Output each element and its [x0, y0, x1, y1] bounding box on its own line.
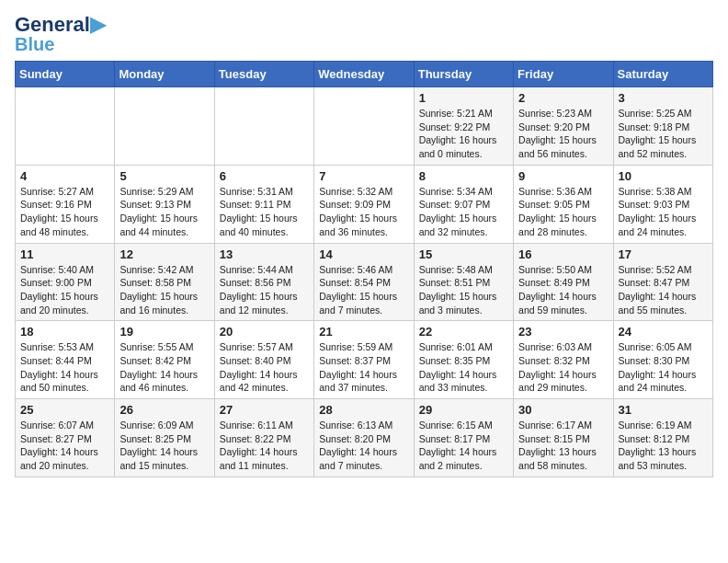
day-number: 29: [419, 403, 508, 417]
day-header-friday: Friday: [514, 62, 613, 87]
cell-content: Sunrise: 5:53 AM Sunset: 8:44 PM Dayligh…: [20, 340, 109, 395]
calendar-cell: 17Sunrise: 5:52 AM Sunset: 8:47 PM Dayli…: [613, 243, 712, 321]
cell-content: Sunrise: 5:46 AM Sunset: 8:54 PM Dayligh…: [319, 263, 408, 317]
day-number: 15: [419, 247, 508, 261]
day-header-tuesday: Tuesday: [214, 62, 313, 87]
calendar-cell: 15Sunrise: 5:48 AM Sunset: 8:51 PM Dayli…: [414, 243, 513, 321]
calendar-cell: 1Sunrise: 5:21 AM Sunset: 9:22 PM Daylig…: [414, 87, 513, 166]
calendar-cell: 20Sunrise: 5:57 AM Sunset: 8:40 PM Dayli…: [214, 321, 313, 399]
cell-content: Sunrise: 5:42 AM Sunset: 8:58 PM Dayligh…: [119, 263, 209, 317]
calendar-cell: [115, 87, 214, 166]
day-number: 7: [319, 169, 408, 183]
day-header-sunday: Sunday: [16, 62, 115, 87]
cell-content: Sunrise: 6:13 AM Sunset: 8:20 PM Dayligh…: [319, 419, 408, 473]
cell-content: Sunrise: 6:11 AM Sunset: 8:22 PM Dayligh…: [220, 419, 309, 473]
cell-content: Sunrise: 6:19 AM Sunset: 8:12 PM Dayligh…: [619, 419, 708, 473]
calendar-cell: 11Sunrise: 5:40 AM Sunset: 9:00 PM Dayli…: [16, 243, 115, 321]
cell-content: Sunrise: 5:52 AM Sunset: 8:47 PM Dayligh…: [619, 263, 708, 317]
week-row-5: 25Sunrise: 6:07 AM Sunset: 8:27 PM Dayli…: [16, 399, 713, 477]
day-number: 2: [518, 91, 608, 105]
calendar-cell: 23Sunrise: 6:03 AM Sunset: 8:32 PM Dayli…: [514, 321, 613, 399]
day-number: 3: [619, 91, 708, 105]
calendar-cell: 18Sunrise: 5:53 AM Sunset: 8:44 PM Dayli…: [16, 321, 115, 399]
cell-content: Sunrise: 5:32 AM Sunset: 9:09 PM Dayligh…: [319, 185, 408, 239]
calendar-cell: 16Sunrise: 5:50 AM Sunset: 8:49 PM Dayli…: [514, 243, 613, 321]
calendar-cell: 29Sunrise: 6:15 AM Sunset: 8:17 PM Dayli…: [414, 399, 513, 477]
cell-content: Sunrise: 5:36 AM Sunset: 9:05 PM Dayligh…: [518, 185, 608, 239]
calendar-cell: 6Sunrise: 5:31 AM Sunset: 9:11 PM Daylig…: [214, 165, 313, 243]
day-number: 25: [20, 403, 109, 417]
calendar-cell: 21Sunrise: 5:59 AM Sunset: 8:37 PM Dayli…: [314, 321, 414, 399]
week-row-4: 18Sunrise: 5:53 AM Sunset: 8:44 PM Dayli…: [16, 321, 713, 399]
day-number: 11: [20, 247, 109, 261]
calendar-cell: 25Sunrise: 6:07 AM Sunset: 8:27 PM Dayli…: [16, 399, 115, 477]
day-header-monday: Monday: [115, 62, 214, 87]
logo: General▶ Blue: [15, 15, 106, 53]
calendar-cell: 19Sunrise: 5:55 AM Sunset: 8:42 PM Dayli…: [115, 321, 214, 399]
calendar-cell: 3Sunrise: 5:25 AM Sunset: 9:18 PM Daylig…: [613, 87, 712, 166]
calendar-cell: 5Sunrise: 5:29 AM Sunset: 9:13 PM Daylig…: [115, 165, 214, 243]
day-number: 30: [518, 403, 608, 417]
cell-content: Sunrise: 6:07 AM Sunset: 8:27 PM Dayligh…: [20, 419, 109, 473]
calendar-cell: 7Sunrise: 5:32 AM Sunset: 9:09 PM Daylig…: [314, 165, 414, 243]
cell-content: Sunrise: 5:50 AM Sunset: 8:49 PM Dayligh…: [518, 263, 608, 317]
calendar-table: SundayMondayTuesdayWednesdayThursdayFrid…: [15, 61, 713, 477]
calendar-cell: 28Sunrise: 6:13 AM Sunset: 8:20 PM Dayli…: [314, 399, 414, 477]
day-number: 28: [319, 403, 408, 417]
cell-content: Sunrise: 5:31 AM Sunset: 9:11 PM Dayligh…: [220, 185, 309, 239]
cell-content: Sunrise: 5:34 AM Sunset: 9:07 PM Dayligh…: [419, 185, 508, 239]
page-header: General▶ Blue: [15, 15, 713, 53]
day-header-saturday: Saturday: [613, 62, 712, 87]
week-row-1: 1Sunrise: 5:21 AM Sunset: 9:22 PM Daylig…: [16, 87, 713, 166]
day-number: 4: [20, 169, 109, 183]
cell-content: Sunrise: 5:40 AM Sunset: 9:00 PM Dayligh…: [20, 263, 109, 317]
day-number: 6: [220, 169, 309, 183]
cell-content: Sunrise: 5:38 AM Sunset: 9:03 PM Dayligh…: [619, 185, 708, 239]
day-number: 5: [119, 169, 209, 183]
calendar-cell: 12Sunrise: 5:42 AM Sunset: 8:58 PM Dayli…: [115, 243, 214, 321]
day-number: 27: [220, 403, 309, 417]
day-number: 20: [220, 325, 309, 339]
day-number: 9: [518, 169, 608, 183]
cell-content: Sunrise: 6:15 AM Sunset: 8:17 PM Dayligh…: [419, 419, 508, 473]
calendar-cell: 31Sunrise: 6:19 AM Sunset: 8:12 PM Dayli…: [613, 399, 712, 477]
calendar-cell: [16, 87, 115, 166]
day-number: 31: [619, 403, 708, 417]
cell-content: Sunrise: 6:01 AM Sunset: 8:35 PM Dayligh…: [419, 340, 508, 395]
day-number: 17: [619, 247, 708, 261]
day-number: 19: [119, 325, 209, 339]
day-number: 8: [419, 169, 508, 183]
day-number: 16: [518, 247, 608, 261]
day-number: 12: [119, 247, 209, 261]
cell-content: Sunrise: 5:23 AM Sunset: 9:20 PM Dayligh…: [518, 107, 608, 161]
calendar-cell: 24Sunrise: 6:05 AM Sunset: 8:30 PM Dayli…: [613, 321, 712, 399]
day-number: 13: [220, 247, 309, 261]
calendar-cell: 8Sunrise: 5:34 AM Sunset: 9:07 PM Daylig…: [414, 165, 513, 243]
calendar-cell: 30Sunrise: 6:17 AM Sunset: 8:15 PM Dayli…: [514, 399, 613, 477]
cell-content: Sunrise: 5:29 AM Sunset: 9:13 PM Dayligh…: [119, 185, 209, 239]
calendar-cell: 9Sunrise: 5:36 AM Sunset: 9:05 PM Daylig…: [514, 165, 613, 243]
calendar-cell: 10Sunrise: 5:38 AM Sunset: 9:03 PM Dayli…: [613, 165, 712, 243]
cell-content: Sunrise: 5:59 AM Sunset: 8:37 PM Dayligh…: [319, 340, 408, 395]
header-row: SundayMondayTuesdayWednesdayThursdayFrid…: [16, 62, 713, 87]
logo-blue: Blue: [15, 35, 54, 53]
cell-content: Sunrise: 5:21 AM Sunset: 9:22 PM Dayligh…: [419, 107, 508, 161]
day-number: 23: [518, 325, 608, 339]
week-row-3: 11Sunrise: 5:40 AM Sunset: 9:00 PM Dayli…: [16, 243, 713, 321]
cell-content: Sunrise: 6:03 AM Sunset: 8:32 PM Dayligh…: [518, 340, 608, 395]
cell-content: Sunrise: 6:17 AM Sunset: 8:15 PM Dayligh…: [518, 419, 608, 473]
cell-content: Sunrise: 5:48 AM Sunset: 8:51 PM Dayligh…: [419, 263, 508, 317]
calendar-cell: [314, 87, 414, 166]
cell-content: Sunrise: 5:57 AM Sunset: 8:40 PM Dayligh…: [220, 340, 309, 395]
day-header-wednesday: Wednesday: [314, 62, 414, 87]
calendar-cell: 2Sunrise: 5:23 AM Sunset: 9:20 PM Daylig…: [514, 87, 613, 166]
day-number: 18: [20, 325, 109, 339]
calendar-cell: 26Sunrise: 6:09 AM Sunset: 8:25 PM Dayli…: [115, 399, 214, 477]
week-row-2: 4Sunrise: 5:27 AM Sunset: 9:16 PM Daylig…: [16, 165, 713, 243]
calendar-cell: 22Sunrise: 6:01 AM Sunset: 8:35 PM Dayli…: [414, 321, 513, 399]
day-number: 24: [619, 325, 708, 339]
cell-content: Sunrise: 5:25 AM Sunset: 9:18 PM Dayligh…: [619, 107, 708, 161]
cell-content: Sunrise: 6:09 AM Sunset: 8:25 PM Dayligh…: [119, 419, 209, 473]
calendar-cell: 13Sunrise: 5:44 AM Sunset: 8:56 PM Dayli…: [214, 243, 313, 321]
cell-content: Sunrise: 6:05 AM Sunset: 8:30 PM Dayligh…: [619, 340, 708, 395]
